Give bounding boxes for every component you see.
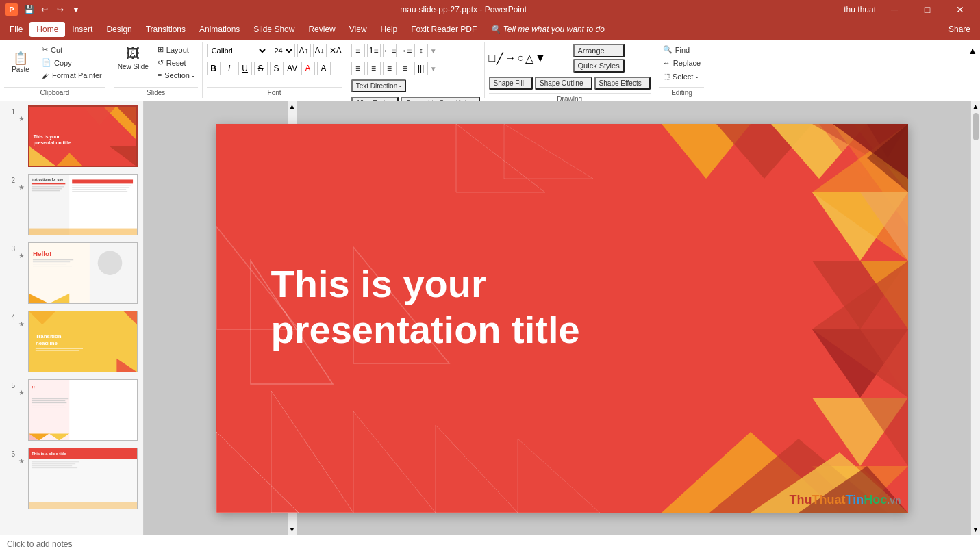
font-color-button[interactable]: A — [301, 62, 315, 75]
clear-format-button[interactable]: ✕A — [329, 44, 342, 57]
slide-title[interactable]: This is your presentation title — [271, 261, 580, 353]
char-spacing-button[interactable]: AV — [286, 62, 299, 75]
layout-button[interactable]: ⊞ Layout — [154, 44, 198, 55]
slide-item-5[interactable]: 5 ★ " — [3, 378, 140, 442]
line-shape[interactable]: ╱ — [497, 52, 503, 65]
bullets-button[interactable]: ≡ — [351, 44, 365, 57]
menu-file[interactable]: File — [3, 22, 29, 37]
text-shadow-button[interactable]: S — [270, 62, 284, 75]
convert-smartart-button[interactable]: Convert to SmartArt ▼ — [401, 97, 479, 101]
menu-slideshow[interactable]: Slide Show — [247, 22, 301, 37]
menu-tell-me[interactable]: 🔍 Tell me what you want to do — [483, 22, 612, 37]
svg-rect-55 — [32, 461, 79, 462]
rectangle-shape[interactable]: □ — [489, 52, 496, 65]
slide-star-2: ★ — [18, 183, 25, 191]
triangle-shape[interactable]: △ — [525, 52, 533, 65]
oval-shape[interactable]: ○ — [517, 52, 524, 65]
slide-item-6[interactable]: 6 ★ This is a slide title — [3, 446, 140, 511]
notes-bar[interactable]: Click to add notes — [0, 535, 980, 551]
notes-placeholder: Click to add notes — [7, 539, 72, 549]
right-scrollbar[interactable]: ▲ ▼ — [970, 101, 980, 535]
columns-button[interactable]: ||| — [414, 62, 428, 75]
redo-button[interactable]: ↪ — [53, 3, 67, 16]
share-button[interactable]: Share — [942, 22, 977, 37]
menu-view[interactable]: View — [342, 22, 374, 37]
highlight-button[interactable]: A — [317, 62, 331, 75]
menu-home[interactable]: Home — [29, 22, 65, 37]
svg-rect-11 — [32, 183, 65, 184]
svg-rect-39 — [36, 350, 79, 351]
increase-indent-button[interactable]: →≡ — [399, 44, 412, 57]
new-slide-button[interactable]: 🖼 New Slide — [114, 44, 152, 73]
replace-icon: ↔ — [663, 59, 670, 67]
scrollbar-thumb-right[interactable] — [973, 113, 979, 140]
paste-button[interactable]: 📋 Paste — [4, 49, 37, 76]
decrease-indent-button[interactable]: ←≡ — [383, 44, 397, 57]
align-center-button[interactable]: ≡ — [367, 62, 381, 75]
font-family-select[interactable]: Calibri — [207, 44, 268, 57]
align-left-button[interactable]: ≡ — [351, 62, 365, 75]
menu-foxit[interactable]: Foxit Reader PDF — [404, 22, 483, 37]
maximize-button[interactable]: □ — [913, 0, 942, 19]
slide-thumb-4[interactable]: Transition headline — [28, 311, 138, 372]
numbering-button[interactable]: 1≡ — [367, 44, 381, 57]
font-size-select[interactable]: 24 — [271, 44, 295, 57]
text-direction-button[interactable]: Text Direction - — [351, 79, 407, 92]
menu-help[interactable]: Help — [374, 22, 405, 37]
svg-text:Transition: Transition — [36, 333, 62, 339]
close-button[interactable]: ✕ — [946, 0, 975, 19]
slide-thumb-5[interactable]: " — [28, 379, 138, 441]
ribbon-group-drawing: □ ╱ → ○ △ ▼ Arrange Quick Styles Shape F… — [485, 42, 655, 98]
slide-item-1[interactable]: 1 ★ This is your presentation title — [3, 104, 140, 168]
svg-rect-27 — [33, 264, 66, 264]
arrange-button[interactable]: Arrange — [573, 44, 625, 57]
minimize-button[interactable]: ─ — [880, 0, 909, 19]
align-text-button[interactable]: Align Text ▼ — [351, 97, 399, 101]
find-button[interactable]: 🔍 Find — [659, 44, 693, 55]
format-painter-button[interactable]: 🖌 Format Painter — [38, 70, 105, 81]
menu-insert[interactable]: Insert — [65, 22, 99, 37]
slide-thumb-3[interactable]: Hello! — [28, 242, 138, 304]
underline-button[interactable]: U — [238, 62, 252, 75]
select-button[interactable]: ⬚ Select - — [659, 71, 701, 82]
paste-label: Paste — [12, 66, 29, 73]
slide-canvas[interactable]: This is your presentation title ThuThuat… — [216, 124, 908, 513]
align-right-button[interactable]: ≡ — [383, 62, 397, 75]
section-button[interactable]: ≡ Section - — [154, 70, 198, 81]
increase-font-size-button[interactable]: A↑ — [297, 44, 311, 57]
reset-button[interactable]: ↺ Reset — [154, 57, 198, 68]
menu-animations[interactable]: Animations — [192, 22, 247, 37]
slide-thumb-2[interactable]: Instructions for use — [28, 174, 138, 235]
save-button[interactable]: 💾 — [22, 3, 36, 16]
menu-design[interactable]: Design — [99, 22, 138, 37]
italic-button[interactable]: I — [223, 62, 236, 75]
arrow-shape[interactable]: → — [505, 52, 516, 65]
bold-button[interactable]: B — [207, 62, 221, 75]
undo-button[interactable]: ↩ — [38, 3, 51, 16]
shape-effects-button[interactable]: Shape Effects - — [594, 77, 651, 90]
slide-item-3[interactable]: 3 ★ Hello! — [3, 241, 140, 305]
scroll-up-button[interactable]: ▲ — [289, 103, 296, 110]
shape-outline-button[interactable]: Shape Outline - — [535, 77, 592, 90]
customize-button[interactable]: ▼ — [69, 3, 83, 16]
strikethrough-button[interactable]: S — [254, 62, 268, 75]
copy-button[interactable]: 📄 Copy — [38, 57, 105, 68]
slide-item-2[interactable]: 2 ★ Instructions for use — [3, 172, 140, 237]
cut-button[interactable]: ✂ Cut — [38, 44, 105, 55]
slide-thumb-1[interactable]: This is your presentation title — [28, 105, 138, 167]
ribbon-expand-button[interactable]: ▲ — [965, 44, 980, 57]
slide-item-4[interactable]: 4 ★ Transition headline — [3, 309, 140, 374]
replace-button[interactable]: ↔ Replace — [659, 57, 704, 68]
slide-thumb-6[interactable]: This is a slide title — [28, 448, 138, 509]
justify-button[interactable]: ≡ — [399, 62, 412, 75]
scroll-down-button[interactable]: ▼ — [289, 526, 296, 533]
menu-transitions[interactable]: Transitions — [139, 22, 192, 37]
more-shapes-button[interactable]: ▼ — [535, 52, 546, 65]
decrease-font-size-button[interactable]: A↓ — [313, 44, 327, 57]
scroll-right-down-button[interactable]: ▼ — [972, 526, 979, 533]
line-spacing-button[interactable]: ↕ — [414, 44, 428, 57]
scroll-right-up-button[interactable]: ▲ — [972, 103, 979, 110]
menu-review[interactable]: Review — [301, 22, 342, 37]
shape-fill-button[interactable]: Shape Fill - — [489, 77, 533, 90]
quick-styles-button[interactable]: Quick Styles — [573, 59, 625, 73]
